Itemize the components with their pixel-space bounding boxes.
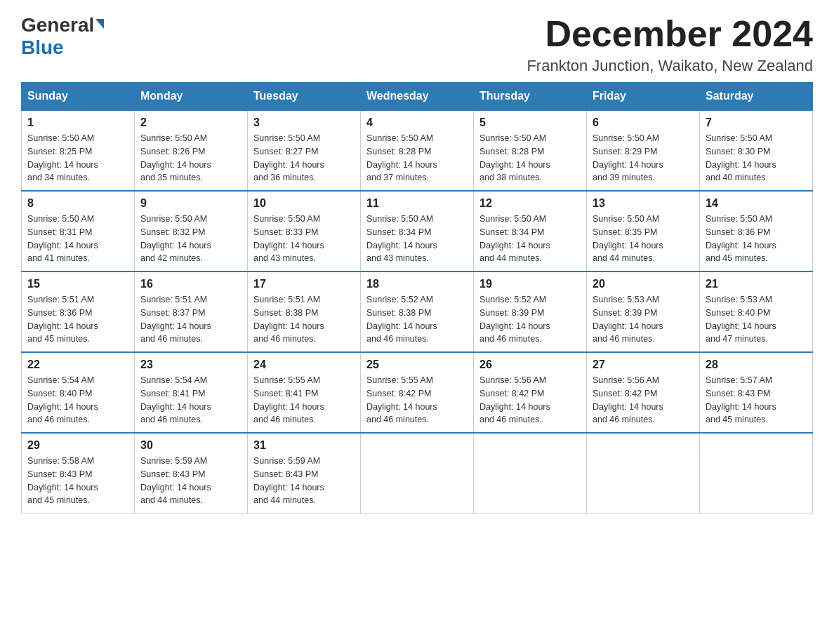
- table-row: [587, 433, 700, 514]
- header-sunday: Sunday: [22, 83, 135, 111]
- table-row: 26 Sunrise: 5:56 AM Sunset: 8:42 PM Dayl…: [474, 352, 587, 433]
- table-row: 1 Sunrise: 5:50 AM Sunset: 8:25 PM Dayli…: [22, 110, 135, 191]
- table-row: 21 Sunrise: 5:53 AM Sunset: 8:40 PM Dayl…: [700, 271, 813, 352]
- day-number: 4: [366, 116, 468, 129]
- table-row: 10 Sunrise: 5:50 AM Sunset: 8:33 PM Dayl…: [248, 191, 361, 271]
- day-info: Sunrise: 5:50 AM Sunset: 8:25 PM Dayligh…: [27, 132, 128, 185]
- day-info: Sunrise: 5:54 AM Sunset: 8:41 PM Dayligh…: [140, 374, 241, 427]
- day-number: 7: [706, 116, 807, 129]
- day-number: 31: [253, 439, 355, 452]
- day-info: Sunrise: 5:59 AM Sunset: 8:43 PM Dayligh…: [253, 455, 355, 507]
- day-info: Sunrise: 5:56 AM Sunset: 8:42 PM Dayligh…: [479, 374, 581, 427]
- day-number: 18: [366, 278, 468, 290]
- day-info: Sunrise: 5:50 AM Sunset: 8:32 PM Dayligh…: [140, 213, 241, 265]
- table-row: 15 Sunrise: 5:51 AM Sunset: 8:36 PM Dayl…: [22, 271, 135, 352]
- day-number: 6: [593, 116, 694, 129]
- day-number: 17: [253, 278, 355, 290]
- header-thursday: Thursday: [474, 83, 587, 111]
- table-row: 25 Sunrise: 5:55 AM Sunset: 8:42 PM Dayl…: [361, 352, 474, 433]
- table-row: 2 Sunrise: 5:50 AM Sunset: 8:26 PM Dayli…: [135, 110, 248, 191]
- table-row: 31 Sunrise: 5:59 AM Sunset: 8:43 PM Dayl…: [248, 433, 361, 514]
- table-row: 8 Sunrise: 5:50 AM Sunset: 8:31 PM Dayli…: [22, 191, 135, 271]
- day-info: Sunrise: 5:55 AM Sunset: 8:42 PM Dayligh…: [366, 374, 468, 427]
- day-number: 9: [140, 197, 241, 210]
- day-number: 12: [479, 197, 581, 210]
- day-number: 5: [479, 116, 581, 129]
- day-number: 16: [140, 278, 241, 290]
- day-info: Sunrise: 5:50 AM Sunset: 8:27 PM Dayligh…: [253, 132, 355, 185]
- day-info: Sunrise: 5:50 AM Sunset: 8:28 PM Dayligh…: [479, 132, 581, 185]
- table-row: 17 Sunrise: 5:51 AM Sunset: 8:38 PM Dayl…: [248, 271, 361, 352]
- table-row: 6 Sunrise: 5:50 AM Sunset: 8:29 PM Dayli…: [587, 110, 700, 191]
- day-info: Sunrise: 5:50 AM Sunset: 8:30 PM Dayligh…: [706, 132, 807, 185]
- calendar-week-3: 15 Sunrise: 5:51 AM Sunset: 8:36 PM Dayl…: [22, 271, 813, 352]
- table-row: 23 Sunrise: 5:54 AM Sunset: 8:41 PM Dayl…: [135, 352, 248, 433]
- logo: General Blue: [21, 14, 104, 59]
- table-row: 5 Sunrise: 5:50 AM Sunset: 8:28 PM Dayli…: [474, 110, 587, 191]
- day-info: Sunrise: 5:53 AM Sunset: 8:39 PM Dayligh…: [593, 293, 694, 346]
- table-row: 3 Sunrise: 5:50 AM Sunset: 8:27 PM Dayli…: [248, 110, 361, 191]
- header-monday: Monday: [135, 83, 248, 111]
- table-row: 14 Sunrise: 5:50 AM Sunset: 8:36 PM Dayl…: [700, 191, 813, 271]
- table-row: 16 Sunrise: 5:51 AM Sunset: 8:37 PM Dayl…: [135, 271, 248, 352]
- day-number: 10: [253, 197, 355, 210]
- day-number: 15: [27, 278, 128, 290]
- day-info: Sunrise: 5:52 AM Sunset: 8:39 PM Dayligh…: [479, 293, 581, 346]
- day-info: Sunrise: 5:50 AM Sunset: 8:33 PM Dayligh…: [253, 213, 355, 265]
- day-info: Sunrise: 5:50 AM Sunset: 8:35 PM Dayligh…: [593, 213, 694, 265]
- table-row: 11 Sunrise: 5:50 AM Sunset: 8:34 PM Dayl…: [361, 191, 474, 271]
- day-info: Sunrise: 5:54 AM Sunset: 8:40 PM Dayligh…: [27, 374, 128, 427]
- table-row: 24 Sunrise: 5:55 AM Sunset: 8:41 PM Dayl…: [248, 352, 361, 433]
- header-friday: Friday: [587, 83, 700, 111]
- calendar-week-2: 8 Sunrise: 5:50 AM Sunset: 8:31 PM Dayli…: [22, 191, 813, 271]
- day-number: 3: [253, 116, 355, 129]
- day-info: Sunrise: 5:51 AM Sunset: 8:37 PM Dayligh…: [140, 293, 241, 346]
- table-row: 7 Sunrise: 5:50 AM Sunset: 8:30 PM Dayli…: [700, 110, 813, 191]
- calendar-title: December 2024: [527, 14, 813, 54]
- day-number: 19: [479, 278, 581, 290]
- table-row: [474, 433, 587, 514]
- day-info: Sunrise: 5:57 AM Sunset: 8:43 PM Dayligh…: [706, 374, 807, 427]
- day-number: 22: [27, 358, 128, 371]
- day-number: 20: [593, 278, 694, 290]
- day-number: 2: [140, 116, 241, 129]
- table-row: 18 Sunrise: 5:52 AM Sunset: 8:38 PM Dayl…: [361, 271, 474, 352]
- calendar-week-1: 1 Sunrise: 5:50 AM Sunset: 8:25 PM Dayli…: [22, 110, 813, 191]
- logo-general-text: General: [21, 14, 94, 36]
- day-info: Sunrise: 5:50 AM Sunset: 8:29 PM Dayligh…: [593, 132, 694, 185]
- day-number: 11: [366, 197, 468, 210]
- weekday-header-row: Sunday Monday Tuesday Wednesday Thursday…: [22, 83, 813, 111]
- day-info: Sunrise: 5:50 AM Sunset: 8:34 PM Dayligh…: [479, 213, 581, 265]
- day-number: 21: [706, 278, 807, 290]
- table-row: [361, 433, 474, 514]
- day-info: Sunrise: 5:50 AM Sunset: 8:34 PM Dayligh…: [366, 213, 468, 265]
- day-info: Sunrise: 5:58 AM Sunset: 8:43 PM Dayligh…: [27, 455, 128, 507]
- title-section: December 2024 Frankton Junction, Waikato…: [527, 14, 813, 75]
- day-info: Sunrise: 5:50 AM Sunset: 8:26 PM Dayligh…: [140, 132, 241, 185]
- table-row: 27 Sunrise: 5:56 AM Sunset: 8:42 PM Dayl…: [587, 352, 700, 433]
- day-number: 1: [27, 116, 128, 129]
- table-row: 19 Sunrise: 5:52 AM Sunset: 8:39 PM Dayl…: [474, 271, 587, 352]
- day-info: Sunrise: 5:59 AM Sunset: 8:43 PM Dayligh…: [140, 455, 241, 507]
- header-saturday: Saturday: [700, 83, 813, 111]
- header-tuesday: Tuesday: [248, 83, 361, 111]
- table-row: 12 Sunrise: 5:50 AM Sunset: 8:34 PM Dayl…: [474, 191, 587, 271]
- table-row: 28 Sunrise: 5:57 AM Sunset: 8:43 PM Dayl…: [700, 352, 813, 433]
- calendar-subtitle: Frankton Junction, Waikato, New Zealand: [527, 57, 813, 75]
- table-row: 20 Sunrise: 5:53 AM Sunset: 8:39 PM Dayl…: [587, 271, 700, 352]
- page-header: General Blue December 2024 Frankton Junc…: [21, 14, 813, 75]
- table-row: 4 Sunrise: 5:50 AM Sunset: 8:28 PM Dayli…: [361, 110, 474, 191]
- table-row: [700, 433, 813, 514]
- logo-general: General: [21, 14, 104, 36]
- day-number: 23: [140, 358, 241, 371]
- logo-triangle-icon: [95, 19, 104, 29]
- day-number: 14: [706, 197, 807, 210]
- logo-blue-text: Blue: [21, 36, 64, 59]
- calendar-week-5: 29 Sunrise: 5:58 AM Sunset: 8:43 PM Dayl…: [22, 433, 813, 514]
- day-info: Sunrise: 5:50 AM Sunset: 8:36 PM Dayligh…: [706, 213, 807, 265]
- day-number: 8: [27, 197, 128, 210]
- day-number: 26: [479, 358, 581, 371]
- table-row: 29 Sunrise: 5:58 AM Sunset: 8:43 PM Dayl…: [22, 433, 135, 514]
- day-number: 13: [593, 197, 694, 210]
- day-number: 25: [366, 358, 468, 371]
